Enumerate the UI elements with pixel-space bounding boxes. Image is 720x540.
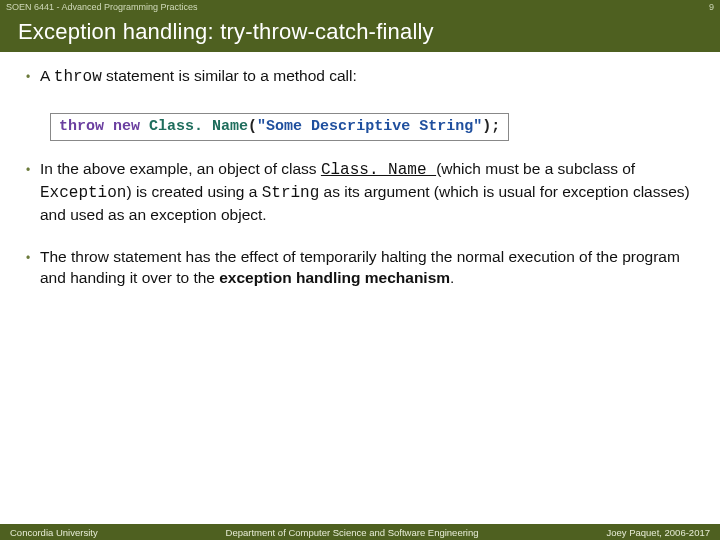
code-sample: throw new Class. Name("Some Descriptive …: [50, 113, 509, 142]
b2-seg3: ) is created using a: [126, 183, 261, 200]
footer-right: Joey Paquet, 2006-2017: [606, 527, 710, 538]
footer-left: Concordia University: [10, 527, 98, 538]
b3-bold: exception handling mechanism: [219, 269, 450, 286]
bullet-dot-icon: •: [26, 159, 40, 225]
bullet-1-pre: A: [40, 67, 54, 84]
slide-footer: Concordia University Department of Compu…: [0, 524, 720, 540]
bullet-3: • The throw statement has the effect of …: [26, 247, 694, 289]
code-space: [104, 118, 113, 135]
course-code: SOEN 6441 - Advanced Programming Practic…: [6, 0, 198, 14]
b2-classname: Class. Name: [321, 161, 436, 179]
bullet-1: • A throw statement is similar to a meth…: [26, 66, 694, 89]
bullet-2-text: In the above example, an object of class…: [40, 159, 694, 225]
code-lparen: (: [248, 118, 257, 135]
bullet-dot-icon: •: [26, 66, 40, 89]
code-kw-throw: throw: [59, 118, 104, 135]
code-string: "Some Descriptive String": [257, 118, 482, 135]
b3-post: .: [450, 269, 454, 286]
slide-content: • A throw statement is similar to a meth…: [0, 52, 720, 289]
code-rparen: );: [482, 118, 500, 135]
top-header-strip: SOEN 6441 - Advanced Programming Practic…: [0, 0, 720, 14]
b2-exception: Exception: [40, 184, 126, 202]
bullet-1-text: A throw statement is similar to a method…: [40, 66, 694, 89]
b2-seg1: In the above example, an object of class: [40, 160, 321, 177]
bullet-3-text: The throw statement has the effect of te…: [40, 247, 694, 289]
bullet-2: • In the above example, an object of cla…: [26, 159, 694, 225]
bullet-1-mono: throw: [54, 68, 102, 86]
b2-string: String: [262, 184, 320, 202]
footer-center: Department of Computer Science and Softw…: [226, 527, 479, 538]
slide-title: Exception handling: try-throw-catch-fina…: [0, 14, 720, 52]
bullet-dot-icon: •: [26, 247, 40, 289]
code-kw-new: new: [113, 118, 140, 135]
code-classname: Class. Name: [149, 118, 248, 135]
b2-seg2: (which must be a subclass of: [436, 160, 635, 177]
page-number: 9: [709, 0, 714, 14]
bullet-1-post: statement is similar to a method call:: [102, 67, 357, 84]
code-space2: [140, 118, 149, 135]
